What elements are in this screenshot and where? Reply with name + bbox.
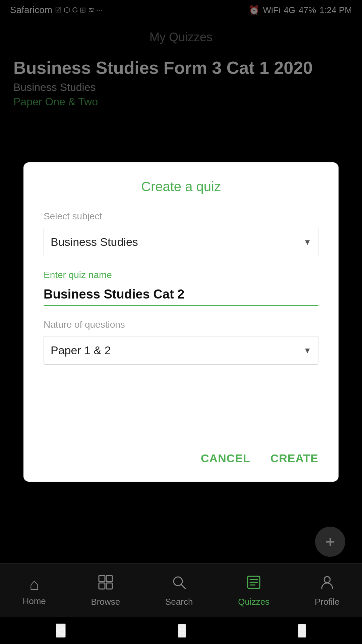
subject-dropdown[interactable]: Business Studies ▼ [44, 228, 318, 256]
svg-line-5 [181, 585, 185, 589]
svg-rect-2 [99, 583, 105, 589]
home-icon: ⌂ [29, 575, 39, 593]
home-label: Home [22, 596, 46, 606]
svg-rect-1 [106, 576, 112, 582]
cancel-button[interactable]: CANCEL [201, 452, 250, 465]
quiz-name-field[interactable]: Business Studies Cat 2 [44, 284, 318, 306]
quizzes-icon [246, 574, 262, 594]
modal-overlay: Create a quiz Select subject Business St… [0, 0, 362, 644]
nav-browse[interactable]: Browse [91, 574, 120, 607]
nature-value: Paper 1 & 2 [51, 344, 111, 357]
subject-value: Business Studies [51, 235, 138, 249]
nav-home[interactable]: ⌂ Home [22, 575, 46, 606]
back-button[interactable]: ◁ [56, 624, 66, 638]
nature-dropdown-arrow: ▼ [303, 346, 311, 355]
browse-label: Browse [91, 597, 120, 607]
nav-search[interactable]: Search [165, 574, 193, 607]
svg-rect-3 [106, 583, 112, 589]
search-icon [171, 574, 187, 594]
dialog-spacer [44, 378, 318, 445]
create-quiz-dialog: Create a quiz Select subject Business St… [23, 162, 339, 482]
search-label: Search [165, 597, 193, 607]
select-subject-label: Select subject [44, 211, 318, 222]
home-button[interactable]: ○ [178, 624, 186, 638]
svg-rect-0 [99, 576, 105, 582]
profile-icon [319, 574, 335, 594]
dialog-title: Create a quiz [44, 179, 318, 194]
nav-quizzes[interactable]: Quizzes [238, 574, 269, 607]
dialog-actions: CANCEL CREATE [44, 452, 318, 465]
bottom-navigation: ⌂ Home Browse Search [0, 564, 362, 617]
profile-label: Profile [315, 597, 340, 607]
quiz-name-value: Business Studies Cat 2 [44, 287, 184, 301]
create-button[interactable]: CREATE [270, 452, 318, 465]
browse-icon [98, 574, 114, 594]
quiz-name-label: Enter quiz name [44, 270, 318, 280]
nature-label: Nature of questions [44, 319, 318, 330]
recent-button[interactable]: □ [298, 624, 306, 638]
system-nav-bar: ◁ ○ □ [0, 617, 362, 644]
nature-dropdown[interactable]: Paper 1 & 2 ▼ [44, 336, 318, 365]
quizzes-label: Quizzes [238, 597, 269, 607]
svg-point-10 [324, 577, 330, 583]
subject-dropdown-arrow: ▼ [303, 237, 311, 247]
nav-profile[interactable]: Profile [315, 574, 340, 607]
